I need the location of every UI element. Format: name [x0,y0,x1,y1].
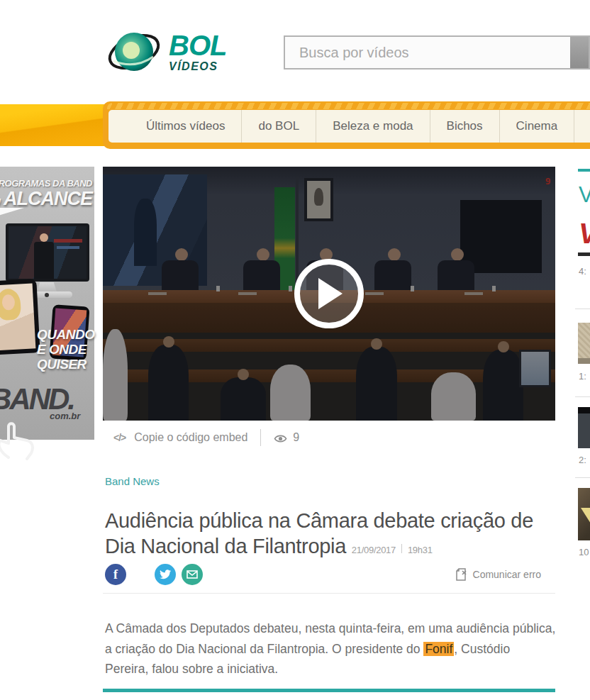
related-video-3-duration: 2: [579,455,586,465]
email-icon [187,570,198,579]
article-time: 19h31 [408,545,433,555]
ad-headline-1: PROGRAMAS DA BAND [0,178,92,189]
related-video-thumb-2[interactable] [578,323,590,364]
article-date: 21/09/2017 [352,545,396,555]
twitter-icon [160,570,172,579]
ad-when-line1: QUANDO [37,327,94,342]
yellow-ribbon [0,104,108,146]
search-bar [284,35,590,70]
rail-divider [575,396,590,397]
copy-embed-link[interactable]: Copie o código embed [134,431,247,444]
report-error-icon [456,568,468,581]
video-player[interactable]: 9 [103,167,555,421]
section-divider [103,593,555,594]
date-time-divider [401,544,402,553]
category-nav: Últimos vídeos do BOL Beleza e moda Bich… [103,101,590,149]
share-twitter-button[interactable] [155,564,176,585]
category-nav-inner: Últimos vídeos do BOL Beleza e moda Bich… [108,110,590,143]
logo-text: BOL VÍDEOS [169,31,226,72]
views-count: 9 [293,431,299,444]
rail-divider [575,309,590,309]
highlight-fonif: Fonif [423,642,454,656]
category-link-band-news[interactable]: Band News [105,475,160,487]
facebook-icon: f [113,567,118,582]
share-facebook-button[interactable]: f [105,564,126,585]
report-error-link[interactable]: Comunicar erro [456,568,541,581]
ad-when-line3: QUISER [37,357,94,372]
logo-videos-label: VÍDEOS [169,61,226,72]
ad-monitor-stand [37,282,57,292]
bol-videos-logo[interactable]: BOL VÍDEOS [106,26,226,78]
ad-arrow-shape [0,208,24,216]
related-video-thumb-1[interactable]: V [578,216,590,257]
related-video-thumb-3[interactable] [578,407,590,448]
nav-item-cinema[interactable]: Cinema [499,110,574,143]
bol-globe-icon [106,26,162,78]
ad-headline-2-big: ALCANCE [4,188,92,209]
logo-bol-label: BOL [169,31,226,60]
related-video-2-duration: 1: [579,371,586,382]
page: BOL VÍDEOS Últimos vídeos do BOL Beleza … [0,0,590,700]
ad-headline-2: SEUALCANCE [0,188,92,210]
ad-headline-2-small: SEU [0,196,1,207]
related-video-4-duration: 10 [579,547,589,557]
ad-when-line2: E ONDE [37,342,94,357]
rail-heading: V [579,182,590,208]
ad-monitor-image [6,223,89,282]
related-video-1-caption-bar [578,252,590,256]
band-ad-banner[interactable]: PROGRAMAS DA BAND SEUALCANCE QUANDO E ON… [0,167,94,440]
embed-row: </> Copie o código embed 9 [113,429,299,446]
bottom-accent-line [103,689,555,692]
nav-item-famosos[interactable]: Famosos [574,110,590,143]
nav-item-do-bol[interactable]: do BOL [241,110,316,143]
rail-divider [575,477,590,478]
embed-code-icon: </> [113,432,126,443]
ad-when-text: QUANDO E ONDE QUISER [37,327,94,372]
article-title-text: Audiência pública na Câmara debate criaç… [105,509,533,557]
share-email-button[interactable] [182,564,203,585]
ad-band-domain: com.br [50,411,80,421]
nav-item-beleza-e-moda[interactable]: Beleza e moda [316,110,429,143]
rail-heading-underline [578,169,590,172]
play-button[interactable] [294,259,364,328]
related-video-1-logo: V [579,218,590,250]
ad-hand-cursor-icon [0,416,40,460]
report-error-label: Comunicar erro [473,569,541,580]
related-video-1-duration: 4: [579,266,586,277]
related-videos-rail: V V 4: 1: 2: 10 [578,167,590,699]
share-row: f Comunicar erro [105,564,555,587]
ad-tablet-image [0,279,40,355]
search-button[interactable] [570,37,589,68]
nav-item-bichos[interactable]: Bichos [430,110,499,143]
search-input[interactable] [285,37,589,68]
views-eye-icon [274,434,287,443]
related-video-thumb-4[interactable] [578,488,590,540]
article-title: Audiência pública na Câmara debate criaç… [105,508,559,563]
article-body: A Câmada dos Deputados debateu, nesta qu… [105,618,557,679]
play-icon [318,278,343,309]
nav-item-ultimos-videos[interactable]: Últimos vídeos [130,110,241,143]
divider [260,429,261,446]
